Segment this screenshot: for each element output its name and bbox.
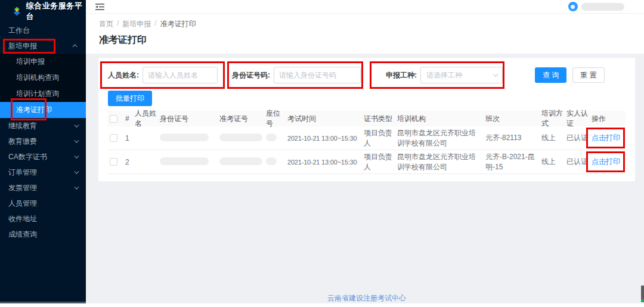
sidebar-group-education-payment[interactable]: 教育缴费: [0, 134, 86, 149]
redacted-ticket-number: [219, 134, 262, 141]
class-number: 元齐-82113: [484, 133, 540, 143]
sidebar: 综合业务服务平台 工作台 新培申报 培训申报 培训机构查询 培训计划查询 准考证…: [0, 0, 86, 303]
col-header-seat-number: 座位号: [264, 108, 286, 129]
menu-fold-icon: [95, 3, 104, 11]
menu-fold-button[interactable]: [95, 3, 104, 11]
chevron-down-icon: [74, 153, 79, 158]
sidebar-submenu: 培训申报 培训机构查询 培训计划查询 准考证打印: [0, 54, 86, 118]
vertical-scrollbar-thumb[interactable]: [641, 286, 644, 302]
batch-row: 批量打印: [108, 91, 626, 106]
exam-time: 2021-10-21 13:00~15:30: [286, 135, 362, 142]
exam-time: 2021-10-21 13:00~15:30: [286, 159, 362, 166]
cert-type: 项目负责人: [362, 128, 395, 148]
logo-row: 综合业务服务平台: [0, 0, 86, 23]
chevron-down-icon: [74, 122, 79, 127]
col-header-name: 人员姓名: [133, 108, 158, 129]
app-window: 综合业务服务平台 工作台 新培申报 培训申报 培训机构查询 培训计划查询 准考证…: [0, 0, 644, 307]
col-header-ticket-number: 准考证号: [218, 114, 264, 124]
filter-group-id: 身份证号码:: [232, 67, 361, 83]
job-type-select[interactable]: 请选择工种: [420, 67, 503, 83]
user-avatar-icon: [568, 2, 578, 11]
col-header-class-number: 班次: [484, 114, 540, 124]
chevron-down-icon: [493, 72, 498, 76]
click-to-print-link[interactable]: 点击打印: [592, 134, 620, 142]
row-index: 2: [123, 158, 133, 166]
training-method: 线上: [540, 133, 565, 143]
select-all-checkbox[interactable]: [110, 115, 117, 123]
filter-buttons: 查 询 重 置: [535, 67, 605, 83]
col-header-identity-auth: 实人认证: [565, 108, 590, 129]
sidebar-group-new-training[interactable]: 新培申报: [0, 38, 86, 54]
sidebar-group-invoice-management[interactable]: 发票管理: [0, 180, 86, 196]
user-name-redacted: [581, 3, 624, 11]
row-index: 1: [123, 134, 133, 142]
page-header: 首页 / 新培申报 / 准考证打印 准考证打印: [86, 14, 644, 54]
training-org: 昆明市盘龙区元齐职业培训学校有限公司: [395, 128, 484, 148]
sidebar-group-order-management[interactable]: 订单管理: [0, 165, 86, 180]
search-button[interactable]: 查 询: [535, 67, 566, 83]
breadcrumb-home[interactable]: 首页: [99, 19, 113, 29]
main-area: 首页 / 新培申报 / 准考证打印 准考证打印 人员姓名: 身份证号码:: [86, 0, 644, 303]
filter-group-job: 申报工种: 请选择工种: [386, 67, 503, 83]
table-row: 2 2021-10-21 13:00~15:30 项目负责人 昆明市盘龙区元齐职…: [108, 150, 626, 174]
identity-auth-status: 已认证: [565, 157, 590, 167]
breadcrumb: 首页 / 新培申报 / 准考证打印: [99, 19, 636, 29]
bottom-strip: [0, 303, 644, 307]
training-org: 昆明市盘龙区元齐职业培训学校有限公司: [395, 152, 484, 172]
content-area: 人员姓名: 身份证号码: 申报工种: 请选择工种: [86, 54, 644, 303]
breadcrumb-current: 准考证打印: [160, 19, 196, 29]
sidebar-group-continuing-education[interactable]: 继续教育: [0, 118, 86, 134]
col-header-cert-type: 证书类型: [362, 114, 395, 124]
sidebar-item-training-org-query[interactable]: 培训机构查询: [0, 70, 86, 86]
row-checkbox[interactable]: [110, 134, 117, 142]
col-header-training-org: 培训机构: [395, 114, 484, 124]
redacted-id-number: [160, 157, 209, 165]
col-header-exam-time: 考试时间: [286, 114, 362, 124]
page-footer: 云南省建设注册考试中心: [98, 293, 635, 303]
sidebar-item-workbench[interactable]: 工作台: [0, 23, 86, 38]
col-header-index: #: [123, 114, 133, 123]
sidebar-item-admission-ticket-print[interactable]: 准考证打印: [0, 102, 86, 118]
col-header-action: 操作: [590, 114, 626, 124]
content-card: 人员姓名: 身份证号码: 申报工种: 请选择工种: [98, 58, 635, 181]
redacted-ticket-number: [219, 157, 262, 165]
topbar: [86, 0, 644, 14]
sidebar-item-shipping-address[interactable]: 收件地址: [0, 211, 86, 227]
redacted-seat-number: [266, 134, 277, 141]
redacted-seat-number: [266, 157, 277, 165]
breadcrumb-section[interactable]: 新培申报: [122, 19, 151, 29]
sidebar-item-personnel-management[interactable]: 人员管理: [0, 196, 86, 211]
app-title: 综合业务服务平台: [26, 1, 86, 22]
sidebar-item-training-plan-query[interactable]: 培训计划查询: [0, 86, 86, 102]
sidebar-item-score-query[interactable]: 成绩查询: [0, 227, 86, 242]
reset-button[interactable]: 重 置: [572, 67, 604, 83]
job-filter-label: 申报工种:: [386, 70, 417, 80]
filter-row: 人员姓名: 身份证号码: 申报工种: 请选择工种: [108, 67, 626, 83]
page-title: 准考证打印: [99, 34, 636, 46]
class-number: 元齐-B-2021-昆明-15: [484, 152, 540, 172]
identity-auth-status: 已认证: [565, 133, 590, 143]
chevron-down-icon: [74, 138, 79, 142]
col-header-id-number: 身份证号: [158, 114, 218, 124]
name-filter-input[interactable]: [143, 67, 218, 83]
id-filter-label: 身份证号码:: [232, 70, 270, 80]
redacted-id-number: [160, 134, 209, 141]
filter-group-name: 人员姓名:: [108, 67, 218, 83]
name-filter-label: 人员姓名:: [108, 70, 139, 80]
id-filter-input[interactable]: [274, 67, 361, 83]
click-to-print-link[interactable]: 点击打印: [592, 157, 620, 166]
exam-center-link[interactable]: 云南省建设注册考试中心: [327, 294, 406, 302]
breadcrumb-separator: /: [154, 19, 156, 29]
sidebar-group-ca-certificate[interactable]: CA数字证书: [0, 149, 86, 165]
sidebar-item-training-declare[interactable]: 培训申报: [0, 54, 86, 70]
row-checkbox[interactable]: [110, 158, 117, 166]
col-header-training-method: 培训方式: [540, 108, 565, 129]
batch-print-button[interactable]: 批量打印: [108, 91, 152, 106]
platform-logo-icon: [12, 6, 22, 17]
table-header-row: # 人员姓名 身份证号 准考证号 座位号 考试时间 证书类型 培训机构 班次 培…: [108, 111, 626, 126]
admission-ticket-table: # 人员姓名 身份证号 准考证号 座位号 考试时间 证书类型 培训机构 班次 培…: [108, 111, 626, 174]
chevron-down-icon: [74, 184, 79, 189]
training-method: 线上: [540, 157, 565, 167]
user-cluster[interactable]: [568, 2, 624, 11]
chevron-down-icon: [74, 169, 79, 173]
